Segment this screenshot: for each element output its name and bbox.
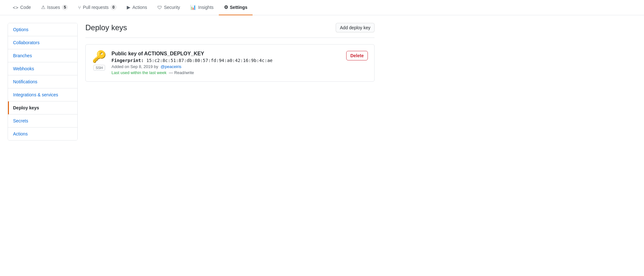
divider	[85, 38, 375, 38]
key-usage-text: Last used within the last week	[111, 70, 167, 75]
key-added-by-link[interactable]: @peaceiris	[161, 64, 181, 69]
sidebar-item-integrations[interactable]: Integrations & services	[8, 88, 77, 101]
key-title: Public key of ACTIONS_DEPLOY_KEY	[111, 51, 341, 57]
tab-code[interactable]: <> Code	[8, 0, 36, 15]
tab-pull-requests[interactable]: ⑂ Pull requests 0	[73, 0, 122, 15]
fingerprint-label: Fingerprint:	[111, 58, 144, 63]
security-icon: 🛡	[157, 5, 162, 10]
sidebar-item-deploy-keys[interactable]: Deploy keys	[8, 101, 77, 114]
sidebar: Options Collaborators Branches Webhooks …	[8, 23, 78, 141]
key-meta: Added on Sep 8, 2019 by @peaceiris	[111, 64, 341, 69]
tab-issues-label: Issues	[47, 5, 60, 10]
tab-insights[interactable]: 📊 Insights	[185, 0, 218, 15]
add-deploy-key-button[interactable]: Add deploy key	[336, 23, 375, 32]
key-fingerprint: Fingerprint: 15:c2:8c:51:87:db:80:57:fd:…	[111, 58, 341, 63]
sidebar-item-collaborators[interactable]: Collaborators	[8, 36, 77, 49]
tab-settings[interactable]: ⚙ Settings	[219, 0, 253, 15]
issues-icon: ⚠	[41, 4, 45, 10]
ssh-badge: SSH	[93, 65, 105, 71]
fingerprint-value: 15:c2:8c:51:87:db:80:57:fd:94:a0:42:16:9…	[147, 58, 273, 63]
key-icon: 🔑	[92, 51, 106, 62]
page-header: Deploy keys Add deploy key	[85, 23, 375, 32]
sidebar-item-secrets[interactable]: Secrets	[8, 114, 77, 128]
delete-key-button[interactable]: Delete	[346, 51, 368, 60]
actions-icon: ▶	[127, 4, 131, 10]
tab-pull-requests-label: Pull requests	[83, 5, 109, 10]
key-usage: Last used within the last week — Read/wr…	[111, 70, 341, 75]
sidebar-item-webhooks[interactable]: Webhooks	[8, 62, 77, 75]
top-nav: <> Code ⚠ Issues 5 ⑂ Pull requests 0 ▶ A…	[0, 0, 644, 15]
tab-actions[interactable]: ▶ Actions	[122, 0, 152, 15]
sidebar-item-options[interactable]: Options	[8, 23, 77, 36]
page-layout: Options Collaborators Branches Webhooks …	[0, 15, 382, 148]
pull-requests-icon: ⑂	[78, 5, 81, 10]
tab-insights-label: Insights	[198, 5, 213, 10]
settings-icon: ⚙	[224, 4, 228, 10]
page-title: Deploy keys	[85, 23, 127, 32]
code-icon: <>	[13, 5, 18, 10]
tab-security-label: Security	[164, 5, 180, 10]
pull-requests-badge: 0	[111, 4, 117, 10]
sidebar-item-notifications[interactable]: Notifications	[8, 75, 77, 88]
tab-security[interactable]: 🛡 Security	[152, 0, 185, 15]
insights-icon: 📊	[190, 4, 196, 10]
sidebar-item-branches[interactable]: Branches	[8, 49, 77, 62]
tab-code-label: Code	[20, 5, 31, 10]
tab-issues[interactable]: ⚠ Issues 5	[36, 0, 73, 15]
tab-settings-label: Settings	[230, 5, 247, 10]
key-icon-area: 🔑 SSH	[92, 51, 106, 71]
sidebar-item-actions[interactable]: Actions	[8, 128, 77, 140]
key-actions: Delete	[346, 51, 368, 60]
key-usage-suffix: — Read/write	[169, 70, 194, 75]
deploy-key-card: 🔑 SSH Public key of ACTIONS_DEPLOY_KEY F…	[85, 44, 375, 82]
key-added-meta: Added on Sep 8, 2019 by	[111, 64, 158, 69]
issues-badge: 5	[62, 4, 68, 10]
key-info: Public key of ACTIONS_DEPLOY_KEY Fingerp…	[111, 51, 341, 75]
tab-actions-label: Actions	[132, 5, 147, 10]
main-content: Deploy keys Add deploy key 🔑 SSH Public …	[85, 23, 375, 141]
